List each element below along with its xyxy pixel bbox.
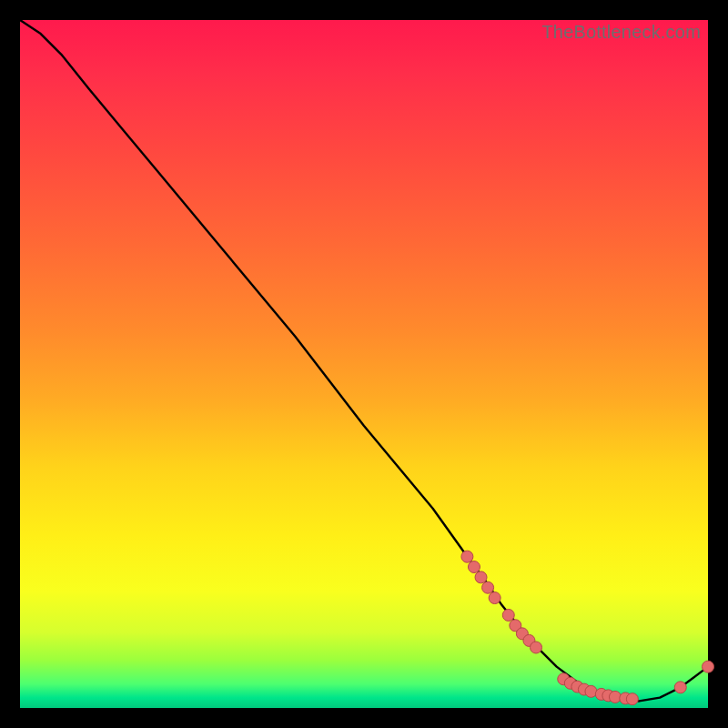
chart-overlay — [20, 20, 708, 708]
chart-frame: TheBottleneck.com — [0, 0, 728, 728]
marker-cluster-d — [703, 661, 714, 672]
plot-area: TheBottleneck.com — [20, 20, 708, 708]
marker-cluster-d — [674, 682, 686, 693]
marker-cluster-a — [468, 561, 480, 573]
marker-cluster-b — [531, 642, 542, 653]
marker-cluster-a — [489, 592, 500, 604]
bottleneck-curve — [20, 20, 708, 701]
data-markers — [461, 551, 714, 704]
marker-cluster-c — [626, 693, 638, 705]
marker-cluster-a — [475, 571, 487, 583]
marker-cluster-a — [461, 551, 473, 562]
marker-cluster-a — [482, 581, 494, 593]
marker-cluster-b — [502, 609, 514, 621]
